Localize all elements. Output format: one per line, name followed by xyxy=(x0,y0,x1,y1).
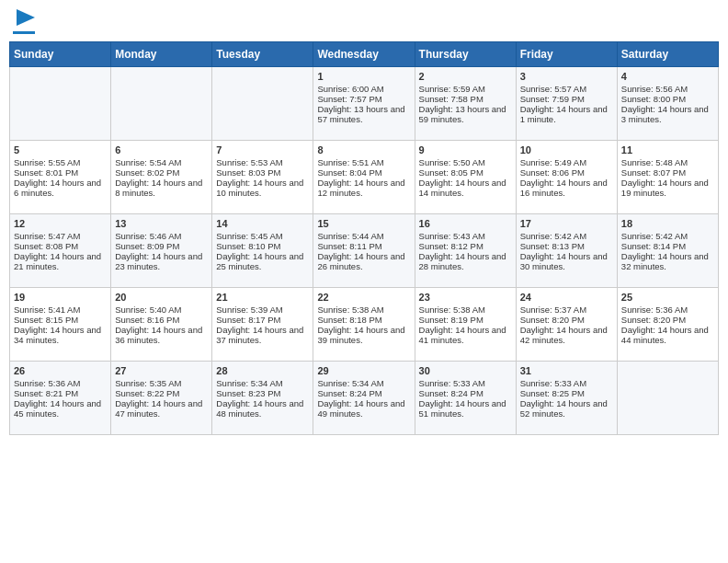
calendar-cell: 1Sunrise: 6:00 AMSunset: 7:57 PMDaylight… xyxy=(313,67,415,141)
day-info-line: Daylight: 14 hours and 1 minute. xyxy=(520,104,613,124)
header-cell-sunday: Sunday xyxy=(10,42,111,67)
day-info-line: Sunrise: 5:43 AM xyxy=(419,231,512,241)
day-info-line: Daylight: 14 hours and 16 minutes. xyxy=(520,178,613,198)
day-info-line: Sunset: 8:15 PM xyxy=(14,315,107,325)
day-info-line: Sunrise: 5:47 AM xyxy=(14,231,107,241)
day-info-line: Daylight: 14 hours and 8 minutes. xyxy=(115,178,208,198)
day-info-line: Sunset: 8:04 PM xyxy=(317,167,410,178)
calendar-cell: 15Sunrise: 5:44 AMSunset: 8:11 PMDayligh… xyxy=(313,214,415,288)
day-number: 4 xyxy=(621,71,714,82)
logo-underline xyxy=(13,31,35,34)
day-info-line: Sunrise: 5:36 AM xyxy=(14,378,107,388)
day-info-line: Daylight: 14 hours and 39 minutes. xyxy=(317,325,410,345)
calendar-cell: 14Sunrise: 5:45 AMSunset: 8:10 PMDayligh… xyxy=(212,214,313,288)
day-info-line: Sunset: 8:14 PM xyxy=(621,241,714,251)
day-info-line: Daylight: 14 hours and 52 minutes. xyxy=(520,398,613,419)
day-info-line: Sunset: 8:23 PM xyxy=(216,388,309,398)
day-number: 31 xyxy=(520,365,613,376)
day-info-line: Sunrise: 5:40 AM xyxy=(115,304,208,315)
day-info-line: Daylight: 14 hours and 25 minutes. xyxy=(216,251,309,271)
calendar-cell: 27Sunrise: 5:35 AMSunset: 8:22 PMDayligh… xyxy=(111,362,212,435)
day-number: 21 xyxy=(216,292,309,303)
day-info-line: Sunrise: 5:34 AM xyxy=(317,378,410,388)
calendar-cell: 12Sunrise: 5:47 AMSunset: 8:08 PMDayligh… xyxy=(10,214,111,288)
day-info-line: Sunrise: 5:42 AM xyxy=(621,231,714,241)
day-info-line: Sunset: 8:07 PM xyxy=(621,167,714,178)
day-info-line: Daylight: 14 hours and 49 minutes. xyxy=(317,398,410,419)
day-info-line: Sunset: 8:11 PM xyxy=(317,241,410,251)
day-info-line: Sunrise: 5:44 AM xyxy=(317,231,410,241)
day-info-line: Sunset: 8:22 PM xyxy=(115,388,208,398)
calendar-week-row: 26Sunrise: 5:36 AMSunset: 8:21 PMDayligh… xyxy=(10,362,719,435)
day-info-line: Sunrise: 5:39 AM xyxy=(216,304,309,315)
day-number: 22 xyxy=(317,292,410,303)
day-info-line: Daylight: 14 hours and 23 minutes. xyxy=(115,251,208,271)
day-info-line: Sunrise: 5:33 AM xyxy=(520,378,613,388)
day-info-line: Daylight: 14 hours and 19 minutes. xyxy=(621,178,714,198)
day-info-line: Sunset: 7:59 PM xyxy=(520,94,613,104)
day-info-line: Sunrise: 5:34 AM xyxy=(216,378,309,388)
day-info-line: Sunset: 8:25 PM xyxy=(520,388,613,398)
calendar-table: SundayMondayTuesdayWednesdayThursdayFrid… xyxy=(9,41,719,435)
day-info-line: Sunrise: 5:59 AM xyxy=(419,84,512,94)
day-info-line: Daylight: 14 hours and 36 minutes. xyxy=(115,325,208,345)
day-info-line: Sunset: 8:09 PM xyxy=(115,241,208,251)
day-number: 6 xyxy=(115,144,208,155)
day-info-line: Sunset: 8:18 PM xyxy=(317,315,410,325)
day-info-line: Sunrise: 5:51 AM xyxy=(317,157,410,167)
day-info-line: Sunrise: 5:38 AM xyxy=(317,304,410,315)
day-info-line: Daylight: 14 hours and 14 minutes. xyxy=(419,178,512,198)
day-number: 2 xyxy=(419,71,512,82)
calendar-cell: 23Sunrise: 5:38 AMSunset: 8:19 PMDayligh… xyxy=(415,288,516,362)
calendar-cell: 24Sunrise: 5:37 AMSunset: 8:20 PMDayligh… xyxy=(516,288,617,362)
day-info-line: Daylight: 14 hours and 21 minutes. xyxy=(14,251,107,271)
day-info-line: Sunset: 7:58 PM xyxy=(419,94,512,104)
calendar-cell: 11Sunrise: 5:48 AMSunset: 8:07 PMDayligh… xyxy=(617,141,718,214)
calendar-cell xyxy=(617,362,718,435)
day-info-line: Sunset: 8:24 PM xyxy=(419,388,512,398)
calendar-cell: 25Sunrise: 5:36 AMSunset: 8:20 PMDayligh… xyxy=(617,288,718,362)
calendar-cell xyxy=(10,67,111,141)
day-number: 12 xyxy=(14,218,107,229)
calendar-week-row: 19Sunrise: 5:41 AMSunset: 8:15 PMDayligh… xyxy=(10,288,719,362)
day-number: 18 xyxy=(621,218,714,229)
logo xyxy=(13,9,35,34)
day-info-line: Daylight: 14 hours and 28 minutes. xyxy=(419,251,512,271)
day-info-line: Daylight: 14 hours and 6 minutes. xyxy=(14,178,107,198)
day-info-line: Sunset: 8:20 PM xyxy=(520,315,613,325)
day-number: 30 xyxy=(419,365,512,376)
day-number: 25 xyxy=(621,292,714,303)
header-cell-monday: Monday xyxy=(111,42,212,67)
day-info-line: Sunset: 8:03 PM xyxy=(216,167,309,178)
day-info-line: Daylight: 13 hours and 57 minutes. xyxy=(317,104,410,124)
day-info-line: Sunset: 8:06 PM xyxy=(520,167,613,178)
day-info-line: Sunset: 8:05 PM xyxy=(419,167,512,178)
calendar-cell: 28Sunrise: 5:34 AMSunset: 8:23 PMDayligh… xyxy=(212,362,313,435)
calendar-cell: 22Sunrise: 5:38 AMSunset: 8:18 PMDayligh… xyxy=(313,288,415,362)
day-info-line: Daylight: 13 hours and 59 minutes. xyxy=(419,104,512,124)
day-info-line: Sunset: 8:01 PM xyxy=(14,167,107,178)
calendar-week-row: 12Sunrise: 5:47 AMSunset: 8:08 PMDayligh… xyxy=(10,214,719,288)
day-number: 28 xyxy=(216,365,309,376)
day-info-line: Sunrise: 5:36 AM xyxy=(621,304,714,315)
day-number: 11 xyxy=(621,144,714,155)
day-info-line: Sunset: 8:08 PM xyxy=(14,241,107,251)
day-number: 27 xyxy=(115,365,208,376)
day-info-line: Daylight: 14 hours and 45 minutes. xyxy=(14,398,107,419)
calendar-cell: 8Sunrise: 5:51 AMSunset: 8:04 PMDaylight… xyxy=(313,141,415,214)
day-number: 17 xyxy=(520,218,613,229)
header-cell-thursday: Thursday xyxy=(415,42,516,67)
day-info-line: Daylight: 14 hours and 34 minutes. xyxy=(14,325,107,345)
day-info-line: Sunset: 7:57 PM xyxy=(317,94,410,104)
svg-marker-0 xyxy=(17,9,35,26)
day-number: 26 xyxy=(14,365,107,376)
day-number: 14 xyxy=(216,218,309,229)
day-info-line: Sunrise: 5:56 AM xyxy=(621,84,714,94)
calendar-header-row: SundayMondayTuesdayWednesdayThursdayFrid… xyxy=(10,42,719,67)
day-number: 20 xyxy=(115,292,208,303)
calendar-cell: 29Sunrise: 5:34 AMSunset: 8:24 PMDayligh… xyxy=(313,362,415,435)
day-number: 23 xyxy=(419,292,512,303)
day-info-line: Daylight: 14 hours and 42 minutes. xyxy=(520,325,613,345)
day-number: 19 xyxy=(14,292,107,303)
day-info-line: Sunrise: 5:38 AM xyxy=(419,304,512,315)
